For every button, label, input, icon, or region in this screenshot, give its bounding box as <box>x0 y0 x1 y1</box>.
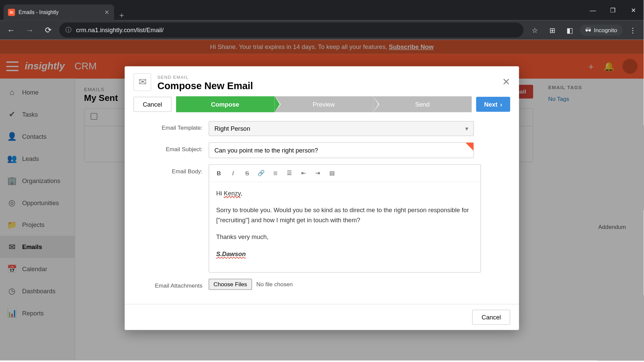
url-text: crm.na1.insightly.com/list/Email/ <box>76 26 164 34</box>
modal-title: Compose New Email <box>157 80 253 92</box>
block-button[interactable]: ▤ <box>326 168 338 179</box>
step-send[interactable]: Send <box>373 96 472 112</box>
email-template-select[interactable]: Right Person ▾ <box>209 121 474 136</box>
maximize-button[interactable]: ❐ <box>603 0 624 20</box>
body-text: Thanks very much, <box>216 232 474 242</box>
compose-email-modal: ✉ SEND EMAIL Compose New Email ✕ Cancel … <box>125 66 519 330</box>
chevron-right-icon: › <box>500 101 502 108</box>
editor-toolbar: B I S 🔗 ≣ ☰ ⇤ ⇥ ▤ <box>209 165 480 182</box>
close-window-button[interactable]: ✕ <box>623 0 644 20</box>
body-label: Email Body: <box>133 164 209 174</box>
signature-text: S.Dawson <box>216 249 474 259</box>
extensions-icon[interactable]: ⊞ <box>545 22 560 38</box>
body-text: , <box>240 189 242 196</box>
incognito-icon: 🕶 <box>585 27 591 34</box>
modal-close-button[interactable]: ✕ <box>502 76 510 88</box>
minimize-button[interactable]: — <box>583 0 603 20</box>
bullet-list-button[interactable]: ≣ <box>269 168 282 179</box>
step-compose[interactable]: Compose <box>176 96 274 112</box>
required-flag-icon <box>466 143 474 151</box>
email-body-textarea[interactable]: Hi Kenzy, Sorry to trouble you. Would yo… <box>209 182 480 272</box>
site-info-icon[interactable]: ⓘ <box>65 26 71 34</box>
email-body-editor: B I S 🔗 ≣ ☰ ⇤ ⇥ ▤ Hi Kenzy, Sorry <box>209 164 481 273</box>
body-text: Hi <box>216 189 224 196</box>
subject-label: Email Subject: <box>133 142 209 152</box>
next-label: Next <box>484 101 497 108</box>
template-value: Right Person <box>214 125 250 132</box>
template-label: Email Template: <box>133 121 209 131</box>
forward-button[interactable]: → <box>22 22 37 38</box>
footer-cancel-button[interactable]: Cancel <box>472 310 510 325</box>
modal-eyebrow: SEND EMAIL <box>157 75 189 79</box>
chevron-down-icon: ▾ <box>465 125 468 132</box>
attachments-label: Email Attachments <box>133 279 209 289</box>
choose-files-button[interactable]: Choose Files <box>209 279 252 290</box>
incognito-badge[interactable]: 🕶 Incognito <box>580 24 623 36</box>
bold-button[interactable]: B <box>213 168 225 179</box>
body-text: Sorry to trouble you. Would you be so ki… <box>216 205 474 225</box>
back-button[interactable]: ← <box>4 22 19 38</box>
strikethrough-button[interactable]: S <box>241 168 253 179</box>
step-preview[interactable]: Preview <box>274 96 373 112</box>
subject-value: Can you point me to the right person? <box>214 147 318 154</box>
body-text: Kenzy <box>224 189 240 196</box>
outdent-button[interactable]: ⇤ <box>298 168 310 179</box>
browser-tabstrip: in Emails - Insightly ✕ + — ❐ ✕ <box>0 0 644 20</box>
italic-button[interactable]: I <box>227 168 239 179</box>
wizard-steps: Compose Preview Send <box>176 96 472 112</box>
browser-toolbar: ← → ⟳ ⓘ crm.na1.insightly.com/list/Email… <box>0 20 644 40</box>
cancel-button[interactable]: Cancel <box>133 97 171 112</box>
numbered-list-button[interactable]: ☰ <box>283 168 296 179</box>
address-bar[interactable]: ⓘ crm.na1.insightly.com/list/Email/ <box>59 22 524 38</box>
tab-close-icon[interactable]: ✕ <box>104 9 110 16</box>
tab-title: Emails - Insightly <box>18 9 59 15</box>
app-page: Hi Shane. Your trial expires in 14 days.… <box>0 40 644 361</box>
next-button[interactable]: Next› <box>476 97 510 112</box>
reload-button[interactable]: ⟳ <box>41 22 56 38</box>
indent-button[interactable]: ⇥ <box>312 168 324 179</box>
favicon-icon: in <box>8 9 15 16</box>
link-button[interactable]: 🔗 <box>255 168 267 179</box>
sidepanel-icon[interactable]: ◧ <box>562 22 578 38</box>
browser-tab[interactable]: in Emails - Insightly ✕ <box>4 4 114 20</box>
new-tab-button[interactable]: + <box>114 11 129 20</box>
email-subject-input[interactable]: Can you point me to the right person? <box>209 142 474 158</box>
window-controls: — ❐ ✕ <box>583 0 644 20</box>
file-status-text: No file chosen <box>256 281 293 288</box>
bookmark-icon[interactable]: ☆ <box>527 22 542 38</box>
incognito-label: Incognito <box>594 27 617 34</box>
chrome-menu-icon[interactable]: ⋮ <box>625 22 640 38</box>
mail-icon: ✉ <box>133 73 151 91</box>
